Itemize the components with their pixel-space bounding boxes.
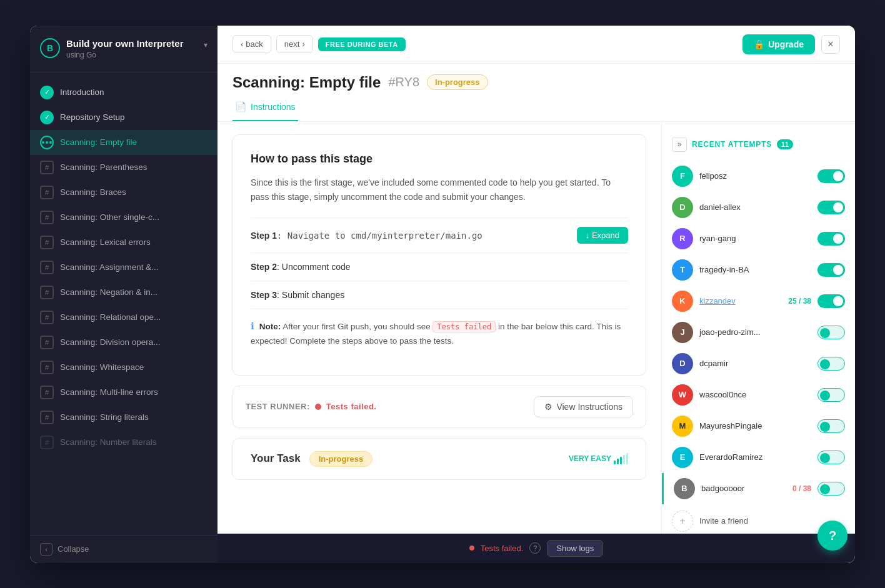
attempt-item[interactable]: F feliposz — [662, 161, 855, 192]
avatar: D — [672, 353, 693, 374]
main-panel: ‹ back next › FREE DURING BETA 🔒 Upgrade… — [218, 26, 855, 563]
toggle-switch[interactable] — [818, 357, 845, 371]
sidebar-item-scanning-lexical-errors[interactable]: # Scanning: Lexical errors — [30, 230, 218, 255]
toggle-switch[interactable] — [818, 169, 845, 183]
sidebar-item-scanning-number-literals[interactable]: # Scanning: Number literals — [30, 430, 218, 455]
hash-icon: # — [40, 411, 54, 424]
sidebar-item-label: Scanning: Braces — [60, 187, 208, 197]
toggle-switch[interactable] — [818, 451, 845, 464]
sidebar-item-scanning-string-literals[interactable]: # Scanning: String literals — [30, 405, 218, 430]
attempt-item[interactable]: D dcpamir — [662, 348, 855, 379]
sidebar-item-scanning-other-single[interactable]: # Scanning: Other single-c... — [30, 205, 218, 230]
step-3-label: Step 3 — [251, 290, 277, 300]
collapse-icon: ‹ — [40, 543, 52, 556]
sidebar-item-scanning-parentheses[interactable]: # Scanning: Parentheses — [30, 155, 218, 180]
very-easy-badge: VERY EASY — [569, 453, 628, 464]
info-icon[interactable]: ? — [529, 542, 541, 554]
back-button[interactable]: ‹ back — [232, 35, 271, 53]
recent-attempts-header: » RECENT ATTEMPTS 11 — [662, 132, 855, 161]
attempt-item[interactable]: M MayureshPingale — [662, 411, 855, 442]
test-runner-label: TEST RUNNER: — [246, 402, 310, 411]
help-button[interactable]: ? — [818, 521, 848, 551]
sidebar-item-scanning-multi-line[interactable]: # Scanning: Multi-line errors — [30, 380, 218, 405]
toggle-switch[interactable] — [818, 201, 845, 214]
attempt-item[interactable]: K kizzandev 25 / 38 — [662, 286, 855, 317]
sidebar-title-group: Build your own Interpreter using Go — [66, 38, 184, 59]
toggle-switch[interactable] — [818, 294, 845, 308]
toggle-switch[interactable] — [818, 388, 845, 402]
next-button[interactable]: next › — [276, 35, 313, 53]
instruction-card: How to pass this stage Since this is the… — [232, 134, 646, 376]
sidebar-item-scanning-whitespace[interactable]: # Scanning: Whitespace — [30, 355, 218, 380]
chevron-down-icon[interactable]: ▾ — [204, 41, 208, 49]
avatar: D — [672, 197, 693, 218]
toggle-switch[interactable] — [818, 263, 845, 277]
hash-icon: # — [40, 161, 54, 174]
step-2-text: Step 2: Uncomment code — [251, 262, 628, 272]
hash-icon: # — [40, 436, 54, 449]
attempt-score: 0 / 38 — [792, 484, 811, 493]
attempt-name: daniel-allex — [699, 202, 811, 212]
show-logs-button[interactable]: Show logs — [547, 540, 603, 557]
hash-icon: # — [40, 236, 54, 249]
sidebar-item-scanning-relational[interactable]: # Scanning: Relational ope... — [30, 305, 218, 330]
attempt-item[interactable]: T tragedy-in-BA — [662, 254, 855, 286]
back-label: back — [246, 39, 262, 49]
page-title: Scanning: Empty file — [232, 74, 381, 91]
tests-failed-status: Tests failed. — [326, 402, 377, 411]
attempt-item[interactable]: R ryan-gang — [662, 223, 855, 254]
status-dot — [469, 546, 474, 551]
toggle-switch[interactable] — [818, 232, 845, 246]
tab-instructions[interactable]: 📄 Instructions — [232, 94, 298, 121]
expand-button[interactable]: ↓ Expand — [577, 227, 628, 244]
hash-icon: # — [40, 186, 54, 199]
main-content: How to pass this stage Since this is the… — [218, 122, 661, 534]
attempt-item[interactable]: D daniel-allex — [662, 192, 855, 223]
sidebar-item-label: Scanning: Assignment &... — [60, 262, 208, 272]
collapse-button[interactable]: ‹ Collapse — [30, 535, 218, 563]
sidebar-item-scanning-empty-file[interactable]: Scanning: Empty file — [30, 130, 218, 155]
attempt-item[interactable]: J joao-pedro-zim... — [662, 317, 855, 348]
close-button[interactable]: × — [821, 35, 840, 54]
attempt-name: joao-pedro-zim... — [699, 327, 811, 337]
sidebar-item-repository-setup[interactable]: ✓ Repository Setup — [30, 105, 218, 130]
plus-icon: + — [672, 511, 693, 532]
your-task-header: Your Task In-progress VERY EASY — [251, 451, 628, 467]
attempt-score: 25 / 38 — [788, 297, 811, 306]
sidebar-item-label: Scanning: Lexical errors — [60, 237, 208, 247]
invite-label: Invite a friend — [699, 516, 748, 526]
step-1-desc: : Navigate to cmd/myinterpreter/main.go — [277, 231, 482, 241]
upgrade-button[interactable]: 🔒 Upgrade — [742, 34, 815, 54]
sidebar-item-scanning-division[interactable]: # Scanning: Division opera... — [30, 330, 218, 355]
attempt-name: dcpamir — [699, 359, 811, 368]
tabs-bar: 📄 Instructions — [218, 94, 855, 122]
sidebar-item-scanning-braces[interactable]: # Scanning: Braces — [30, 180, 218, 205]
sidebar-item-scanning-assignment[interactable]: # Scanning: Assignment &... — [30, 255, 218, 280]
avatar: M — [672, 416, 693, 437]
step-3-text: Step 3: Submit changes — [251, 290, 628, 300]
step-2-label: Step 2 — [251, 262, 277, 272]
tests-failed-code: Tests failed — [432, 321, 496, 332]
attempt-item[interactable]: B badgooooor 0 / 38 — [662, 473, 855, 504]
sidebar-item-label: Scanning: Relational ope... — [60, 312, 208, 322]
view-instructions-button[interactable]: ⚙ View Instructions — [534, 396, 633, 417]
panel-toggle-button[interactable]: » — [672, 137, 687, 152]
page-id: #RY8 — [388, 75, 419, 89]
sidebar-logo: B — [40, 38, 60, 58]
view-instructions-label: View Instructions — [556, 402, 622, 412]
hash-icon: # — [40, 286, 54, 299]
sidebar-item-scanning-negation[interactable]: # Scanning: Negation & in... — [30, 280, 218, 305]
topbar-left: ‹ back next › FREE DURING BETA — [232, 35, 406, 53]
note-text-content: After your first Git push, you should se… — [282, 322, 430, 331]
attempt-item[interactable]: W wascool0nce — [662, 379, 855, 411]
toggle-switch[interactable] — [818, 326, 845, 339]
sidebar-item-label: Scanning: Empty file — [60, 137, 208, 147]
toggle-switch[interactable] — [818, 419, 845, 433]
bar-4 — [623, 455, 625, 464]
gear-icon: ⚙ — [544, 402, 552, 412]
sidebar-item-label: Introduction — [60, 87, 208, 97]
sidebar-item-label: Scanning: Negation & in... — [60, 287, 208, 297]
sidebar-item-introduction[interactable]: ✓ Introduction — [30, 80, 218, 105]
attempt-item[interactable]: E EverardoRamirez — [662, 442, 855, 473]
toggle-switch[interactable] — [818, 482, 845, 496]
